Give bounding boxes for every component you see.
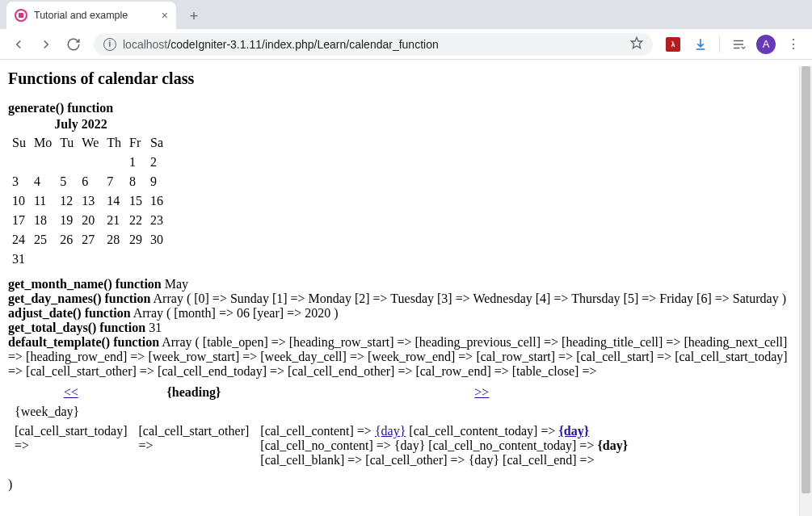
calendar-day-header: Mo	[30, 133, 56, 153]
calendar-day-header: We	[78, 133, 103, 153]
day-link-bold[interactable]: {day}	[558, 424, 589, 438]
calendar-table: SuMoTuWeThFrSa 1234567891011121314151617…	[8, 133, 167, 269]
calendar-day-cell: 14	[103, 191, 125, 211]
reading-list-icon[interactable]	[726, 32, 751, 57]
calendar-day-cell	[103, 153, 125, 172]
adjust-date-line: adjust_date() function Array ( [month] =…	[8, 306, 804, 321]
calendar-day-cell: 4	[30, 172, 56, 191]
calendar-day-cell: 17	[8, 211, 30, 230]
calendar-week-row: 17181920212223	[8, 211, 167, 230]
calendar-day-cell	[56, 153, 78, 172]
new-tab-button[interactable]: +	[183, 5, 205, 27]
next-month-link[interactable]: >>	[474, 385, 489, 399]
site-info-icon[interactable]: i	[103, 38, 116, 51]
default-template-line: default_template() function Array ( [tab…	[8, 335, 804, 379]
tab-title: Tutorial and example	[34, 10, 128, 21]
pdf-extension-icon[interactable]: λ	[661, 32, 685, 57]
calendar-week-row: 31	[8, 250, 167, 269]
calendar-day-header: Su	[8, 133, 30, 153]
calendar-day-cell: 30	[146, 230, 167, 250]
browser-toolbar: i localhost/codeIgniter-3.1.11/index.php…	[0, 29, 812, 60]
download-extension-icon[interactable]	[688, 32, 713, 57]
calendar-day-cell: 1	[125, 153, 146, 172]
weekday-placeholder: {week_day}	[10, 403, 708, 421]
calendar-day-cell	[103, 250, 125, 269]
calendar-day-cell: 8	[125, 172, 146, 191]
favicon-icon	[15, 9, 27, 22]
close-tab-button[interactable]: ×	[162, 9, 168, 22]
svg-marker-4	[631, 37, 642, 48]
get-month-name-line: get_month_name() function May	[8, 277, 804, 292]
calendar-day-cell: 3	[8, 172, 30, 191]
calendar-day-cell: 15	[125, 191, 146, 211]
bookmark-star-icon[interactable]	[630, 36, 643, 52]
calendar-day-cell	[125, 250, 146, 269]
calendar-day-cell: 11	[30, 191, 56, 211]
profile-avatar[interactable]: A	[754, 32, 778, 57]
page-title: Functions of calendar class	[8, 69, 804, 88]
tab-strip: Tutorial and example × +	[0, 0, 812, 29]
calendar-day-header: Fr	[125, 133, 146, 153]
calendar-day-cell	[30, 153, 56, 172]
generate-function-label: generate() function	[8, 101, 804, 115]
calendar-day-cell: 10	[8, 191, 30, 211]
forward-button[interactable]	[34, 32, 58, 57]
closing-paren: )	[8, 477, 804, 492]
calendar-day-cell: 16	[146, 191, 167, 211]
day-link[interactable]: {day}	[375, 424, 406, 438]
calendar-day-cell: 22	[125, 211, 146, 230]
calendar-day-cell: 28	[103, 230, 125, 250]
calendar-day-cell: 27	[78, 230, 103, 250]
address-bar[interactable]: i localhost/codeIgniter-3.1.11/index.php…	[94, 33, 653, 56]
calendar-day-cell: 24	[8, 230, 30, 250]
calendar-week-row: 24252627282930	[8, 230, 167, 250]
calendar-week-row: 3456789	[8, 172, 167, 191]
calendar-day-cell: 6	[78, 172, 103, 191]
calendar-day-cell: 21	[103, 211, 125, 230]
calendar-day-cell	[78, 153, 103, 172]
calendar-day-header: Tu	[56, 133, 78, 153]
calendar-day-cell	[8, 153, 30, 172]
calendar-day-cell: 13	[78, 191, 103, 211]
calendar-day-cell: 23	[146, 211, 167, 230]
browser-tab[interactable]: Tutorial and example ×	[6, 2, 176, 29]
calendar-day-cell	[56, 250, 78, 269]
prev-month-link[interactable]: <<	[64, 385, 78, 399]
calendar-day-cell: 29	[125, 230, 146, 250]
page-content: Functions of calendar class generate() f…	[0, 60, 812, 510]
calendar-day-cell: 20	[78, 211, 103, 230]
scrollbar-thumb[interactable]	[801, 66, 810, 493]
toolbar-divider	[719, 36, 720, 52]
calendar-day-cell: 5	[56, 172, 78, 191]
calendar-week-row: 12	[8, 153, 167, 172]
reload-button[interactable]	[61, 32, 86, 57]
heading-placeholder: {heading}	[166, 385, 221, 399]
calendar-day-header: Th	[103, 133, 125, 153]
vertical-scrollbar[interactable]	[799, 66, 812, 516]
calendar-day-cell: 18	[30, 211, 56, 230]
calendar-day-cell: 31	[8, 250, 30, 269]
calendar-month-heading: July 2022	[8, 117, 154, 132]
calendar-day-cell: 9	[146, 172, 167, 191]
calendar-week-row: 10111213141516	[8, 191, 167, 211]
back-button[interactable]	[6, 32, 31, 57]
calendar-day-cell: 12	[56, 191, 78, 211]
calendar-day-cell: 2	[146, 153, 167, 172]
calendar-day-cell	[30, 250, 56, 269]
cell-start-today: [cal_cell_start_today] =>	[10, 422, 133, 469]
calendar-day-cell	[78, 250, 103, 269]
calendar-day-cell	[146, 250, 167, 269]
get-total-days-line: get_total_days() function 31	[8, 321, 804, 335]
calendar-day-cell: 19	[56, 211, 78, 230]
url-text: localhost/codeIgniter-3.1.11/index.php/L…	[123, 38, 439, 51]
calendar-day-header: Sa	[146, 133, 167, 153]
cell-content: [cal_cell_content] => {day} [cal_cell_co…	[255, 422, 708, 469]
get-day-names-line: get_day_names() function Array ( [0] => …	[8, 292, 804, 306]
calendar-day-cell: 26	[56, 230, 78, 250]
menu-button[interactable]: ⋮	[781, 32, 806, 57]
cell-start-other: [cal_cell_start_other] =>	[134, 422, 255, 469]
template-heading-table: << {heading} >> {week_day} [cal_cell_sta…	[8, 382, 709, 471]
calendar-day-cell: 7	[103, 172, 125, 191]
calendar-day-cell: 25	[30, 230, 56, 250]
